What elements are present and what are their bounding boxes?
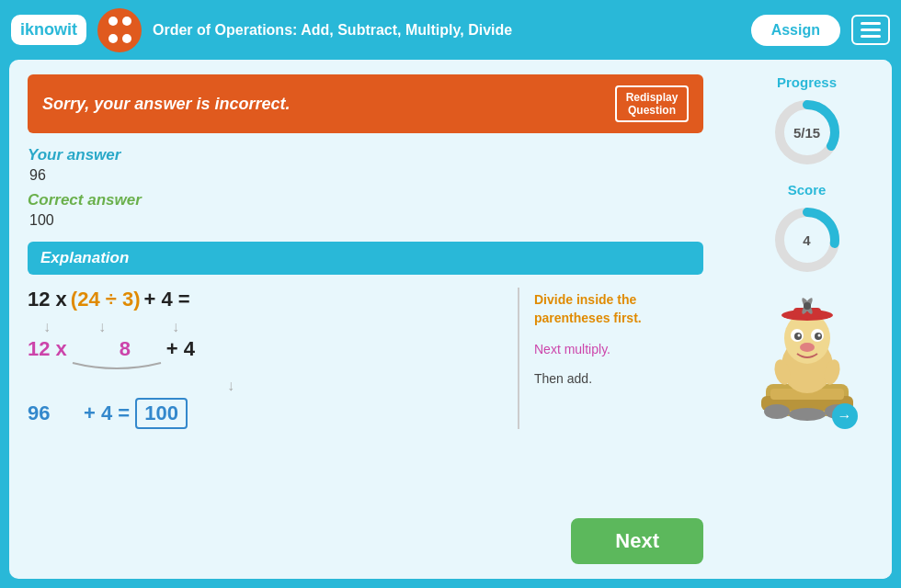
explanation-content: 12 x (24 ÷ 3) + 4 = ↓ ↓ ↓ 12 x 8 [28,288,703,429]
hamburger-line1 [861,22,881,25]
final-answer-box: 100 [135,398,188,429]
math-line3: 96 + 4 = 100 [28,398,508,429]
score-widget: Score 4 [770,182,844,277]
math-line2: 12 x 8 + 4 [28,337,508,376]
svg-point-6 [764,404,790,419]
arrow4: ↓ [217,378,245,394]
next-button[interactable]: Next [571,518,703,564]
math-line1: 12 x (24 ÷ 3) + 4 = [28,288,508,311]
svg-point-23 [804,302,811,310]
arrows-row1: ↓ ↓ ↓ [33,319,508,335]
dot2 [122,17,131,26]
your-answer-value: 96 [29,167,703,184]
page-title: Order of Operations: Add, Subtract, Mult… [153,22,740,39]
menu-button[interactable] [851,15,890,45]
redisplay-button[interactable]: RedisplayQuestion [615,85,689,122]
dot3 [108,34,118,43]
progress-label: Progress [777,74,837,90]
hamburger-line3 [861,35,881,38]
pink-8: 8 [89,337,144,361]
arrow1: ↓ [33,319,61,335]
spacer1 [143,319,162,335]
explanation-header: Explanation [28,242,703,275]
pink-12x: 12 x [28,337,67,361]
paren-expr: (24 ÷ 3) [71,288,141,311]
left-panel: Sorry, your answer is incorrect. Redispl… [9,60,722,579]
your-answer-section: Your answer 96 Correct answer 100 [28,146,703,229]
next-button-container: Next [571,518,703,564]
your-answer-label: Your answer [28,146,703,164]
main-content: Sorry, your answer is incorrect. Redispl… [9,60,892,579]
svg-point-7 [789,408,826,421]
svg-point-17 [817,334,820,337]
arrow2: ↓ [61,319,143,335]
right-panel: Progress 5/15 Score 4 [722,60,892,579]
plus4: + 4 = [144,288,190,311]
dot1 [108,17,118,26]
plus4-result: + 4 = [55,401,130,425]
step3-text: Then add. [534,371,703,386]
correct-answer-value: 100 [29,212,703,229]
logo: iknowit [11,15,86,45]
progress-value: 5/15 [793,125,820,141]
hamburger-line2 [861,28,881,31]
plus4-2: + 4 [166,337,195,361]
dot4 [122,34,131,43]
step1-text: Divide inside the parentheses first. [534,291,703,327]
bracket-group: 8 [71,337,163,376]
assign-button[interactable]: Assign [751,15,840,46]
character-area: → [757,297,858,429]
incorrect-message: Sorry, your answer is incorrect. [42,95,290,114]
incorrect-banner: Sorry, your answer is incorrect. Redispl… [28,74,703,133]
dice-icon [97,8,142,52]
progress-widget: Progress 5/15 [770,74,844,169]
arrow-circle: → [832,403,858,429]
result-96: 96 [28,401,50,425]
progress-donut: 5/15 [770,96,844,169]
score-value: 4 [803,232,810,248]
score-donut: 4 [770,203,844,277]
svg-point-16 [797,334,800,337]
score-label: Score [788,182,827,198]
step2-text: Next multiply. [534,342,703,356]
header: iknowit Order of Operations: Add, Subtra… [0,0,901,60]
arrow3: ↓ [162,319,189,335]
coeff: 12 x [28,288,67,311]
arrows-row2: ↓ [33,378,508,394]
svg-point-18 [800,343,815,352]
correct-answer-label: Correct answer [28,191,703,209]
spacer2 [33,378,217,394]
curly-bracket-svg [71,361,163,376]
steps-area: Divide inside the parentheses first. Nex… [519,288,703,429]
math-area: 12 x (24 ÷ 3) + 4 = ↓ ↓ ↓ 12 x 8 [28,288,519,429]
